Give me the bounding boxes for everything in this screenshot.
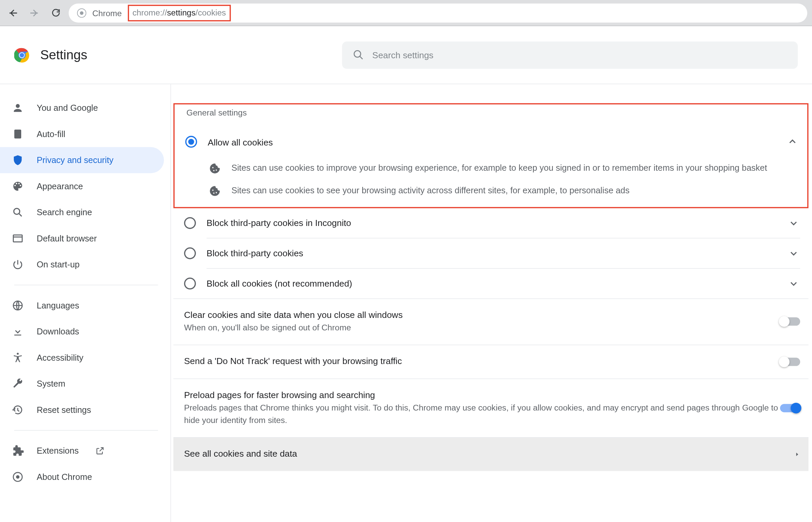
toggle-do-not-track[interactable]: Send a 'Do Not Track' request with your … xyxy=(173,344,808,378)
radio-selected[interactable] xyxy=(185,136,197,147)
sidebar-item-default-browser[interactable]: Default browser xyxy=(0,225,164,252)
sidebar-item-label: Auto-fill xyxy=(37,129,65,139)
reload-button[interactable] xyxy=(47,4,64,21)
chrome-logo-icon xyxy=(14,47,29,63)
reload-icon xyxy=(50,8,61,18)
sidebar-item-about[interactable]: About Chrome xyxy=(0,464,164,490)
sidebar-item-system[interactable]: System xyxy=(0,371,164,397)
svg-point-14 xyxy=(16,475,20,479)
chevron-down-icon[interactable] xyxy=(787,247,800,260)
radio[interactable] xyxy=(184,278,196,289)
svg-point-12 xyxy=(17,353,19,355)
svg-point-4 xyxy=(20,53,24,57)
toggle-sub: When on, you'll also be signed out of Ch… xyxy=(184,322,780,334)
url-highlight-box: chrome://settings/cookies xyxy=(128,4,231,21)
sidebar-item-label: Search engine xyxy=(37,207,92,217)
svg-point-7 xyxy=(14,208,20,215)
divider xyxy=(14,285,158,285)
logo-title: Settings xyxy=(14,47,87,63)
svg-point-5 xyxy=(354,51,360,57)
option-block-3p-incognito[interactable]: Block third-party cookies in Incognito xyxy=(173,208,808,238)
option-allow-all-cookies[interactable]: Allow all cookies xyxy=(175,127,807,157)
back-button[interactable] xyxy=(5,4,21,21)
sidebar-item-label: About Chrome xyxy=(37,472,92,482)
accessibility-icon xyxy=(12,352,24,363)
radio[interactable] xyxy=(184,247,196,259)
option-block-3p[interactable]: Block third-party cookies xyxy=(173,238,808,268)
open-external-icon xyxy=(95,446,105,456)
cookie-icon xyxy=(209,163,221,175)
page-header: Settings xyxy=(0,26,812,84)
switch-off[interactable] xyxy=(780,358,800,366)
sidebar-item-privacy-security[interactable]: Privacy and security xyxy=(0,147,164,174)
sidebar-item-search-engine[interactable]: Search engine xyxy=(0,199,164,226)
toggle-preload[interactable]: Preload pages for faster browsing and se… xyxy=(173,379,808,437)
toggle-title: Send a 'Do Not Track' request with your … xyxy=(184,356,780,366)
shield-icon xyxy=(12,154,24,166)
description-text: Sites can use cookies to see your browsi… xyxy=(231,184,795,198)
sidebar-item-accessibility[interactable]: Accessibility xyxy=(0,344,164,371)
description-row: Sites can use cookies to improve your br… xyxy=(175,157,807,180)
description-row: Sites can use cookies to see your browsi… xyxy=(175,180,807,207)
search-settings[interactable] xyxy=(342,41,798,68)
search-input[interactable] xyxy=(372,50,787,60)
sidebar-item-autofill[interactable]: Auto-fill xyxy=(0,121,164,147)
radio[interactable] xyxy=(184,217,196,229)
chrome-icon xyxy=(12,471,24,483)
sidebar-item-label: Downloads xyxy=(37,327,79,337)
address-prefix: Chrome xyxy=(92,8,122,18)
sidebar-item-startup[interactable]: On start-up xyxy=(0,252,164,278)
svg-rect-9 xyxy=(14,235,22,242)
option-label: Block third-party cookies xyxy=(207,248,787,258)
clipboard-icon xyxy=(12,128,24,140)
page-title: Settings xyxy=(40,47,87,63)
sidebar-item-label: Appearance xyxy=(37,182,83,191)
body: You and Google Auto-fill Privacy and sec… xyxy=(0,84,812,522)
toggle-title: Clear cookies and site data when you clo… xyxy=(184,309,780,320)
link-label: See all cookies and site data xyxy=(184,448,794,458)
arrow-right-icon xyxy=(29,7,40,18)
switch-off[interactable] xyxy=(780,318,800,326)
description-text: Sites can use cookies to improve your br… xyxy=(231,161,795,175)
forward-button[interactable] xyxy=(26,4,42,21)
toggle-sub: Preloads pages that Chrome thinks you mi… xyxy=(184,401,780,426)
sidebar-item-label: Accessibility xyxy=(37,353,83,362)
download-icon xyxy=(12,326,24,338)
sidebar-item-downloads[interactable]: Downloads xyxy=(0,319,164,345)
chevron-right-icon xyxy=(794,450,800,459)
palette-icon xyxy=(12,180,24,192)
person-icon xyxy=(12,102,24,114)
toggle-clear-on-close[interactable]: Clear cookies and site data when you clo… xyxy=(173,298,808,344)
browser-icon xyxy=(12,233,24,244)
arrow-left-icon xyxy=(8,7,19,18)
option-block-all[interactable]: Block all cookies (not recommended) xyxy=(173,269,808,298)
chevron-down-icon[interactable] xyxy=(787,277,800,290)
sidebar: You and Google Auto-fill Privacy and sec… xyxy=(0,84,170,522)
link-see-all-cookies[interactable]: See all cookies and site data xyxy=(173,437,808,471)
sidebar-item-label: Languages xyxy=(37,301,79,310)
sidebar-item-label: You and Google xyxy=(37,103,98,113)
sidebar-item-you-and-google[interactable]: You and Google xyxy=(0,95,164,121)
sidebar-item-label: Privacy and security xyxy=(37,155,113,165)
address-bar[interactable]: Chrome chrome://settings/cookies xyxy=(69,3,807,22)
sidebar-item-appearance[interactable]: Appearance xyxy=(0,173,164,199)
switch-on[interactable] xyxy=(780,404,800,412)
sidebar-item-extensions[interactable]: Extensions xyxy=(0,438,164,464)
browser-toolbar: Chrome chrome://settings/cookies xyxy=(0,0,812,26)
sidebar-item-reset[interactable]: Reset settings xyxy=(0,397,164,423)
sidebar-item-label: On start-up xyxy=(37,260,80,269)
chevron-up-icon[interactable] xyxy=(786,135,799,148)
extension-icon xyxy=(12,445,24,457)
sidebar-item-languages[interactable]: Languages xyxy=(0,292,164,319)
sidebar-item-label: Extensions xyxy=(37,446,79,456)
wrench-icon xyxy=(12,378,24,390)
toggle-title: Preload pages for faster browsing and se… xyxy=(184,390,780,400)
svg-point-1 xyxy=(80,11,83,15)
power-icon xyxy=(12,259,24,270)
option-label: Block third-party cookies in Incognito xyxy=(207,218,787,228)
sidebar-item-label: Default browser xyxy=(37,234,97,243)
restore-icon xyxy=(12,404,24,416)
search-icon xyxy=(353,49,364,60)
chevron-down-icon[interactable] xyxy=(787,217,800,230)
globe-icon xyxy=(12,299,24,311)
